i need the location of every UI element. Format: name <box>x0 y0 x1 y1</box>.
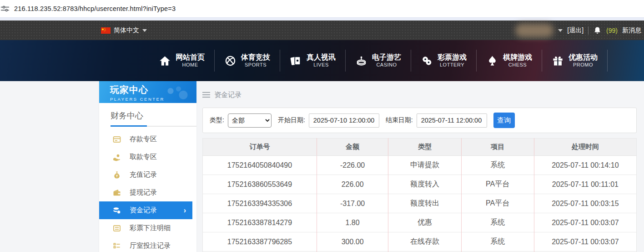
nav-label-zh: 棋牌游戏 <box>503 53 532 62</box>
cell-process-time: 2025-07-11 00:03:15 <box>534 194 636 213</box>
cell-project: PA平台 <box>461 194 534 213</box>
address-bar-url[interactable]: 216.118.235.52:8783/hhcp/usercenter.html… <box>14 5 176 12</box>
withdraw-hand-icon <box>112 153 121 162</box>
sidebar-item-label: 充值记录 <box>130 170 157 179</box>
browser-bottom-strip <box>0 17 644 21</box>
type-label: 类型: <box>210 116 224 124</box>
end-date-input[interactable] <box>417 113 487 128</box>
chevron-down-icon <box>142 29 147 32</box>
sidebar-item-label: 取款专区 <box>130 153 157 161</box>
column-header-project: 项目 <box>461 139 534 156</box>
user-chevron-down-icon[interactable] <box>558 29 563 32</box>
sidebar-item-label: 存款专区 <box>130 135 157 144</box>
nav-item-sports[interactable]: 体育竞技SPORTS <box>215 50 280 72</box>
cell-amount: 300.00 <box>317 232 388 252</box>
language-label: 简体中文 <box>114 26 139 35</box>
nav-item-casino[interactable]: 电子游艺CASINO <box>346 50 411 72</box>
nav-label-en: CHESS <box>508 62 527 68</box>
player-center-sidebar: 玩家中心 PLAYERS CENTER 财务中心 存款专区 取款专区 <box>99 81 196 252</box>
lottery-balls-icon <box>421 55 433 67</box>
nav-item-home[interactable]: 网站首页HOME <box>149 50 215 72</box>
cell-order-no: 1752163387814279 <box>203 213 317 232</box>
table-row: 1752164050840490 -226.00 申请提款 系统 2025-07… <box>203 156 637 175</box>
cell-project: 系统 <box>461 232 534 252</box>
sidebar-item-withdraw-record[interactable]: 提现记录 <box>99 184 196 201</box>
utility-topbar: 简体中文 [退出] (99) 新消息 <box>0 21 644 40</box>
china-flag-icon <box>101 27 111 34</box>
roulette-icon <box>355 55 367 67</box>
nav-item-chess[interactable]: 棋牌游戏CHESS <box>477 50 542 72</box>
finance-section-title: 财务中心 <box>99 103 196 126</box>
nav-label-zh: 体育竞技 <box>241 53 270 62</box>
hamburger-menu-icon[interactable] <box>202 92 210 98</box>
nav-label-en: LOTTERY <box>440 62 464 68</box>
cell-process-time: 2025-07-11 00:03:07 <box>534 213 636 232</box>
message-count[interactable]: (99) <box>606 27 618 34</box>
cell-type: 优惠 <box>388 213 461 232</box>
cell-type: 在线存款 <box>388 232 461 252</box>
browser-url-bar[interactable]: 216.118.235.52:8783/hhcp/usercenter.html… <box>0 0 644 17</box>
sidebar-item-fund-record[interactable]: 资金记录 › <box>99 201 192 219</box>
nav-item-promo[interactable]: 优惠活动PROMO <box>542 50 608 72</box>
cell-amount: -317.00 <box>317 194 388 213</box>
breadcrumb: 资金记录 <box>202 88 637 101</box>
nav-label-en: CASINO <box>376 62 397 68</box>
nav-label-en: LIVES <box>313 62 329 68</box>
nav-label-zh: 彩票游戏 <box>438 53 467 62</box>
table-row: 1752163387796285 300.00 在线存款 系统 2025-07-… <box>203 232 637 252</box>
column-header-amount: 金额 <box>317 139 388 156</box>
cell-process-time: 2025-07-11 00:14:10 <box>534 156 636 175</box>
nav-label-zh: 网站首页 <box>176 53 205 62</box>
main-navbar: 网站首页HOME 体育竞技SPORTS 真人视讯LIVES 电子游艺CASINO <box>0 40 644 81</box>
nav-item-lottery[interactable]: 彩票游戏LOTTERY <box>411 50 477 72</box>
type-select[interactable]: 全部 <box>228 113 272 128</box>
sports-ball-icon <box>224 55 236 67</box>
cell-type: 额度转入 <box>388 175 461 194</box>
logout-link[interactable]: [退出] <box>567 26 584 35</box>
sidebar-item-withdraw-zone[interactable]: 取款专区 <box>99 148 196 166</box>
gift-icon <box>552 55 564 67</box>
cell-order-no: 1752163387796285 <box>203 232 317 252</box>
nav-label-zh: 电子游艺 <box>372 53 401 62</box>
cell-order-no: 1752163860553649 <box>203 175 317 194</box>
page-title: 资金记录 <box>214 91 241 99</box>
nav-label-zh: 优惠活动 <box>569 53 598 62</box>
nav-item-lives[interactable]: 真人视讯LIVES <box>280 50 346 72</box>
sidebar-item-deposit-zone[interactable]: 存款专区 <box>99 130 196 148</box>
notification-bell-icon[interactable] <box>593 26 602 35</box>
table-row: 1752163387814279 1.80 优惠 系统 2025-07-11 0… <box>203 213 637 232</box>
username-redacted[interactable] <box>515 24 553 37</box>
column-header-process-time: 处理时间 <box>534 139 636 156</box>
sidebar-item-lottery-bet-detail[interactable]: 彩票下注明细 <box>99 219 196 237</box>
nav-label-en: PROMO <box>573 62 593 68</box>
cell-amount: 226.00 <box>317 175 388 194</box>
cell-amount: -226.00 <box>317 156 388 175</box>
spade-icon <box>486 55 498 67</box>
sidebar-subtitle: PLAYERS CENTER <box>110 97 196 102</box>
cell-process-time: 2025-07-11 00:03:07 <box>534 232 636 252</box>
nav-label-en: SPORTS <box>245 62 267 68</box>
sidebar-title: 玩家中心 <box>110 84 196 96</box>
playing-cards-icon <box>290 55 302 67</box>
language-selector[interactable]: 简体中文 <box>101 26 147 35</box>
sidebar-item-hall-bet-record[interactable]: 厅室投注记录 <box>99 237 196 252</box>
nav-label-en: HOME <box>182 62 198 68</box>
new-message-label[interactable]: 新消息 <box>622 26 641 35</box>
money-bag-icon <box>112 170 121 180</box>
query-button[interactable]: 查询 <box>493 113 515 128</box>
table-header-row: 订单号 金额 类型 项目 处理时间 <box>203 139 637 156</box>
deposit-card-icon <box>112 135 121 144</box>
start-date-input[interactable] <box>309 113 379 128</box>
sidebar-item-label: 提现记录 <box>130 188 157 197</box>
site-settings-icon[interactable] <box>0 4 10 13</box>
sidebar-item-recharge-record[interactable]: 充值记录 <box>99 166 196 184</box>
list-icon <box>112 224 121 233</box>
cell-project: 系统 <box>461 156 534 175</box>
active-chevron-right-icon: › <box>184 206 186 215</box>
table-row: 1752163394335306 -317.00 额度转出 PA平台 2025-… <box>203 194 637 213</box>
section-divider <box>111 126 196 127</box>
sidebar-item-label: 资金记录 <box>130 206 157 215</box>
sidebar-item-label: 彩票下注明细 <box>130 224 171 232</box>
fund-record-table: 订单号 金额 类型 项目 处理时间 1752164050840490 -226.… <box>202 138 637 252</box>
nav-label-zh: 真人视讯 <box>307 53 336 62</box>
